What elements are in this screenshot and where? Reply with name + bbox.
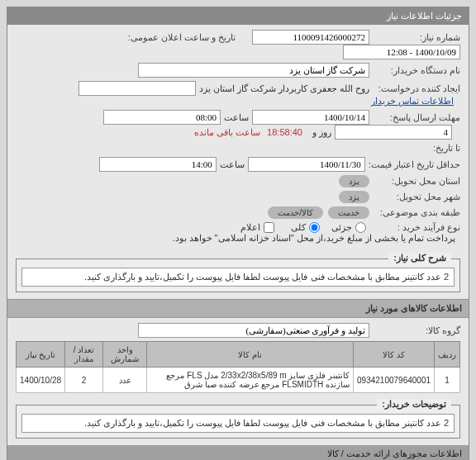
- org-label: نام دستگاه خریدار:: [369, 65, 460, 76]
- need-no-input[interactable]: [252, 30, 369, 45]
- cat-service-pill: خدمت: [328, 206, 369, 219]
- buyer-notes-fieldset: توضیحات خریدار: 2 عدد کانتینر مطابق با م…: [16, 405, 460, 439]
- remaining-label: ساعت باقی مانده: [194, 127, 260, 138]
- pt-partial-label: جزئی: [331, 222, 352, 233]
- th-code: کد کالا: [354, 342, 435, 368]
- panel-body: شماره نیاز: تاریخ و ساعت اعلان عمومی: نا…: [7, 25, 469, 252]
- buyer-notes-legend: توضیحات خریدار:: [377, 399, 451, 410]
- days-label: روز و: [312, 127, 331, 138]
- time-label-2: ساعت: [220, 159, 245, 170]
- cell-unit: عدد: [102, 368, 147, 393]
- group-label: گروه کالا:: [369, 325, 460, 336]
- items-table: ردیف کد کالا نام کالا واحد شمارش تعداد /…: [16, 341, 460, 393]
- org-input[interactable]: [138, 63, 369, 78]
- purchase-type-group: جزئی کلی: [291, 222, 369, 233]
- category-label: طبقه بندی موضوعی:: [369, 207, 460, 218]
- remaining-time: 18:58:40: [267, 127, 302, 137]
- cell-qty: 2: [65, 368, 103, 393]
- creator-label: ایجاد کننده درخواست:: [369, 83, 460, 94]
- city-pill: یزد: [339, 191, 369, 203]
- days-input[interactable]: [335, 125, 452, 140]
- reply-date-input[interactable]: [252, 110, 369, 125]
- pt-partial-option[interactable]: جزئی: [331, 222, 366, 233]
- creator-value: روح الله جعفری کاربردار شرکت گاز استان ی…: [199, 83, 369, 94]
- declare-option[interactable]: اعلام: [240, 222, 274, 233]
- declare-label: اعلام: [240, 222, 260, 233]
- group-input[interactable]: [138, 323, 369, 338]
- details-panel: جزئیات اطلاعات نیاز شماره نیاز: تاریخ و …: [7, 7, 469, 460]
- city-label: شهر محل تحویل:: [369, 192, 460, 202]
- until-label: تا تاریخ:: [369, 143, 460, 154]
- pt-full-radio[interactable]: [309, 222, 320, 233]
- summary-text: 2 عدد کانتینر مطابق با مشخصات فنی فایل پ…: [21, 268, 455, 287]
- th-date: تاریخ نیاز: [17, 342, 65, 368]
- contact-link[interactable]: اطلاعات تماس خریدار: [371, 96, 454, 107]
- credit-date-input[interactable]: [248, 157, 365, 172]
- time-label-1: ساعت: [224, 112, 249, 123]
- summary-legend: شرح کلی نیاز:: [388, 253, 451, 263]
- th-qty: تعداد / مقدار: [65, 342, 103, 368]
- reply-label: مهلت ارسال پاسخ:: [369, 112, 460, 123]
- cell-name: کانتینر فلزی سایز 2/33x2/38x5/89 m مدل F…: [147, 368, 354, 393]
- buyer-notes-text: 2 عدد کانتینر مطابق با مشخصات فنی فایل پ…: [21, 414, 455, 433]
- cell-idx: 1: [435, 368, 460, 393]
- credit-time-input[interactable]: [99, 157, 217, 172]
- pt-partial-radio[interactable]: [355, 222, 366, 233]
- creator-extra-input[interactable]: [79, 81, 196, 96]
- permits-header: اطلاعات مجوزهای ارائه خدمت / کالا: [7, 445, 469, 460]
- province-label: استان محل تحویل:: [369, 176, 460, 187]
- announce-input[interactable]: [343, 45, 460, 59]
- th-name: نام کالا: [147, 342, 354, 368]
- reply-time-input[interactable]: [103, 110, 221, 125]
- summary-fieldset: شرح کلی نیاز: 2 عدد کانتینر مطابق با مشخ…: [16, 258, 460, 292]
- purchase-type-label: نوع فرآیند خرید :: [369, 222, 460, 233]
- table-row[interactable]: 1 0934210079640001 کانتینر فلزی سایز 2/3…: [17, 368, 460, 393]
- declare-checkbox[interactable]: [264, 222, 274, 233]
- th-idx: ردیف: [435, 342, 460, 368]
- cell-date: 1400/10/28: [17, 368, 65, 393]
- cat-goods-pill: کالا/خدمت: [268, 206, 323, 219]
- payment-note: پرداخت تمام یا بخشی از مبلغ خرید،از محل …: [172, 233, 455, 244]
- items-header: اطلاعات کالاهای مورد نیاز: [7, 299, 469, 318]
- th-unit: واحد شمارش: [102, 342, 147, 368]
- pt-full-label: کلی: [291, 222, 306, 233]
- need-no-label: شماره نیاز:: [369, 32, 460, 43]
- pt-full-option[interactable]: کلی: [291, 222, 320, 233]
- announce-label: تاریخ و ساعت اعلان عمومی:: [125, 32, 236, 43]
- cell-code: 0934210079640001: [354, 368, 435, 393]
- panel-title: جزئیات اطلاعات نیاز: [7, 7, 469, 25]
- province-pill: یزد: [339, 175, 369, 187]
- credit-label: حداقل تاریخ اعتبار قیمت:: [365, 159, 460, 170]
